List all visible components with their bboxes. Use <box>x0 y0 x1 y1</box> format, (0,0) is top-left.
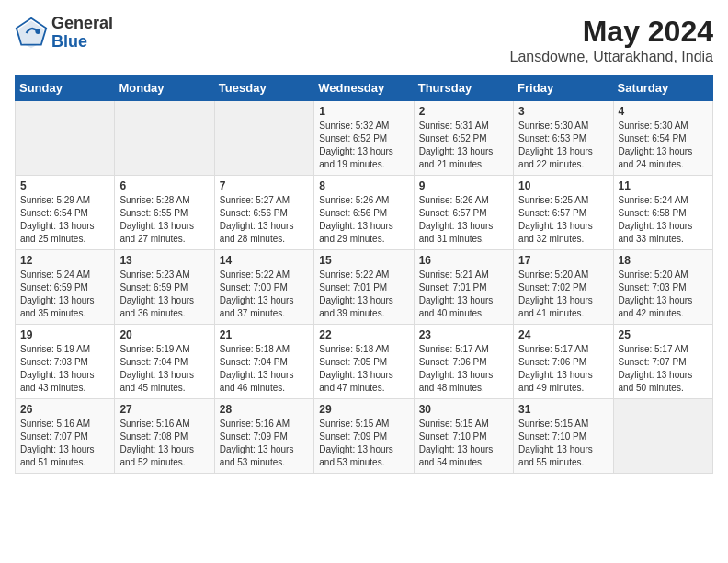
calendar-header-row: SundayMondayTuesdayWednesdayThursdayFrid… <box>16 75 713 101</box>
logo-icon <box>15 17 48 50</box>
day-content: Sunrise: 5:30 AMSunset: 6:54 PMDaylight:… <box>619 120 708 171</box>
calendar-cell: 18Sunrise: 5:20 AMSunset: 7:03 PMDayligh… <box>613 250 712 325</box>
day-content: Sunrise: 5:31 AMSunset: 6:52 PMDaylight:… <box>419 120 508 171</box>
day-content: Sunrise: 5:28 AMSunset: 6:55 PMDaylight:… <box>119 194 209 246</box>
day-number: 9 <box>419 179 508 192</box>
calendar-cell: 12Sunrise: 5:24 AMSunset: 6:59 PMDayligh… <box>16 250 115 325</box>
calendar-cell: 19Sunrise: 5:19 AMSunset: 7:03 PMDayligh… <box>16 325 115 399</box>
calendar-cell <box>115 101 214 176</box>
day-number: 7 <box>220 179 309 192</box>
day-number: 22 <box>319 328 408 341</box>
day-number: 11 <box>619 179 708 192</box>
calendar-week-2: 5Sunrise: 5:29 AMSunset: 6:54 PMDaylight… <box>16 176 713 250</box>
header-tuesday: Tuesday <box>214 75 313 101</box>
day-number: 26 <box>20 403 109 416</box>
day-number: 29 <box>319 403 408 416</box>
calendar-cell: 6Sunrise: 5:28 AMSunset: 6:55 PMDaylight… <box>115 176 214 250</box>
calendar-cell: 15Sunrise: 5:22 AMSunset: 7:01 PMDayligh… <box>314 250 414 325</box>
day-number: 24 <box>518 328 608 341</box>
day-number: 15 <box>319 254 408 267</box>
day-content: Sunrise: 5:24 AMSunset: 6:59 PMDaylight:… <box>20 269 109 320</box>
calendar-cell: 28Sunrise: 5:16 AMSunset: 7:09 PMDayligh… <box>214 399 313 474</box>
calendar-week-4: 19Sunrise: 5:19 AMSunset: 7:03 PMDayligh… <box>16 325 713 399</box>
day-number: 6 <box>119 179 209 192</box>
header-sunday: Sunday <box>16 75 115 101</box>
calendar-cell: 27Sunrise: 5:16 AMSunset: 7:08 PMDayligh… <box>115 399 214 474</box>
day-number: 28 <box>220 403 309 416</box>
day-number: 10 <box>518 179 608 192</box>
day-content: Sunrise: 5:19 AMSunset: 7:03 PMDaylight:… <box>20 343 109 395</box>
day-content: Sunrise: 5:20 AMSunset: 7:02 PMDaylight:… <box>518 269 608 320</box>
day-number: 14 <box>220 254 309 267</box>
day-content: Sunrise: 5:23 AMSunset: 6:59 PMDaylight:… <box>119 269 209 320</box>
calendar-cell: 16Sunrise: 5:21 AMSunset: 7:01 PMDayligh… <box>414 250 513 325</box>
logo-text: General Blue <box>51 15 113 52</box>
day-content: Sunrise: 5:15 AMSunset: 7:10 PMDaylight:… <box>419 418 508 469</box>
calendar-cell: 2Sunrise: 5:31 AMSunset: 6:52 PMDaylight… <box>414 101 513 176</box>
day-number: 1 <box>319 105 408 118</box>
day-number: 5 <box>20 179 109 192</box>
day-number: 2 <box>419 105 508 118</box>
day-content: Sunrise: 5:27 AMSunset: 6:56 PMDaylight:… <box>220 194 309 246</box>
calendar-cell: 11Sunrise: 5:24 AMSunset: 6:58 PMDayligh… <box>613 176 712 250</box>
day-content: Sunrise: 5:15 AMSunset: 7:10 PMDaylight:… <box>518 418 608 469</box>
day-number: 8 <box>319 179 408 192</box>
calendar-cell: 10Sunrise: 5:25 AMSunset: 6:57 PMDayligh… <box>514 176 613 250</box>
day-number: 23 <box>419 328 508 341</box>
day-content: Sunrise: 5:20 AMSunset: 7:03 PMDaylight:… <box>619 269 708 320</box>
calendar-cell: 21Sunrise: 5:18 AMSunset: 7:04 PMDayligh… <box>214 325 313 399</box>
day-content: Sunrise: 5:26 AMSunset: 6:57 PMDaylight:… <box>419 194 508 246</box>
calendar-week-1: 1Sunrise: 5:32 AMSunset: 6:52 PMDaylight… <box>16 101 713 176</box>
title-block: May 2024 Lansdowne, Uttarakhand, India <box>510 15 713 65</box>
calendar-table: SundayMondayTuesdayWednesdayThursdayFrid… <box>15 75 713 474</box>
day-content: Sunrise: 5:18 AMSunset: 7:05 PMDaylight:… <box>319 343 408 395</box>
page-subtitle: Lansdowne, Uttarakhand, India <box>510 49 713 65</box>
calendar-cell: 13Sunrise: 5:23 AMSunset: 6:59 PMDayligh… <box>115 250 214 325</box>
logo: General Blue <box>15 15 113 52</box>
calendar-cell: 7Sunrise: 5:27 AMSunset: 6:56 PMDaylight… <box>214 176 313 250</box>
day-content: Sunrise: 5:29 AMSunset: 6:54 PMDaylight:… <box>20 194 109 246</box>
day-content: Sunrise: 5:17 AMSunset: 7:07 PMDaylight:… <box>619 343 708 395</box>
calendar-week-3: 12Sunrise: 5:24 AMSunset: 6:59 PMDayligh… <box>16 250 713 325</box>
day-content: Sunrise: 5:19 AMSunset: 7:04 PMDaylight:… <box>119 343 209 395</box>
calendar-cell: 24Sunrise: 5:17 AMSunset: 7:06 PMDayligh… <box>514 325 613 399</box>
calendar-cell: 9Sunrise: 5:26 AMSunset: 6:57 PMDaylight… <box>414 176 513 250</box>
day-number: 18 <box>619 254 708 267</box>
header-friday: Friday <box>514 75 613 101</box>
day-content: Sunrise: 5:25 AMSunset: 6:57 PMDaylight:… <box>518 194 608 246</box>
day-content: Sunrise: 5:16 AMSunset: 7:07 PMDaylight:… <box>20 418 109 469</box>
day-content: Sunrise: 5:26 AMSunset: 6:56 PMDaylight:… <box>319 194 408 246</box>
day-content: Sunrise: 5:17 AMSunset: 7:06 PMDaylight:… <box>419 343 508 395</box>
calendar-cell: 23Sunrise: 5:17 AMSunset: 7:06 PMDayligh… <box>414 325 513 399</box>
calendar-cell <box>214 101 313 176</box>
day-number: 12 <box>20 254 109 267</box>
page-header: General Blue May 2024 Lansdowne, Uttarak… <box>15 15 713 65</box>
calendar-cell: 26Sunrise: 5:16 AMSunset: 7:07 PMDayligh… <box>16 399 115 474</box>
calendar-cell: 4Sunrise: 5:30 AMSunset: 6:54 PMDaylight… <box>613 101 712 176</box>
calendar-cell: 31Sunrise: 5:15 AMSunset: 7:10 PMDayligh… <box>514 399 613 474</box>
day-number: 30 <box>419 403 508 416</box>
day-number: 25 <box>619 328 708 341</box>
day-number: 4 <box>619 105 708 118</box>
day-number: 21 <box>220 328 309 341</box>
day-content: Sunrise: 5:16 AMSunset: 7:08 PMDaylight:… <box>119 418 209 469</box>
day-content: Sunrise: 5:22 AMSunset: 7:01 PMDaylight:… <box>319 269 408 320</box>
day-content: Sunrise: 5:22 AMSunset: 7:00 PMDaylight:… <box>220 269 309 320</box>
calendar-cell: 5Sunrise: 5:29 AMSunset: 6:54 PMDaylight… <box>16 176 115 250</box>
day-content: Sunrise: 5:30 AMSunset: 6:53 PMDaylight:… <box>518 120 608 171</box>
page-title: May 2024 <box>510 15 713 49</box>
day-content: Sunrise: 5:15 AMSunset: 7:09 PMDaylight:… <box>319 418 408 469</box>
calendar-cell: 14Sunrise: 5:22 AMSunset: 7:00 PMDayligh… <box>214 250 313 325</box>
calendar-cell <box>613 399 712 474</box>
day-number: 3 <box>518 105 608 118</box>
svg-point-2 <box>36 29 40 33</box>
calendar-cell: 25Sunrise: 5:17 AMSunset: 7:07 PMDayligh… <box>613 325 712 399</box>
day-number: 13 <box>119 254 209 267</box>
calendar-cell: 29Sunrise: 5:15 AMSunset: 7:09 PMDayligh… <box>314 399 414 474</box>
calendar-cell: 30Sunrise: 5:15 AMSunset: 7:10 PMDayligh… <box>414 399 513 474</box>
calendar-cell <box>16 101 115 176</box>
header-monday: Monday <box>115 75 214 101</box>
calendar-cell: 17Sunrise: 5:20 AMSunset: 7:02 PMDayligh… <box>514 250 613 325</box>
day-number: 17 <box>518 254 608 267</box>
calendar-cell: 8Sunrise: 5:26 AMSunset: 6:56 PMDaylight… <box>314 176 414 250</box>
